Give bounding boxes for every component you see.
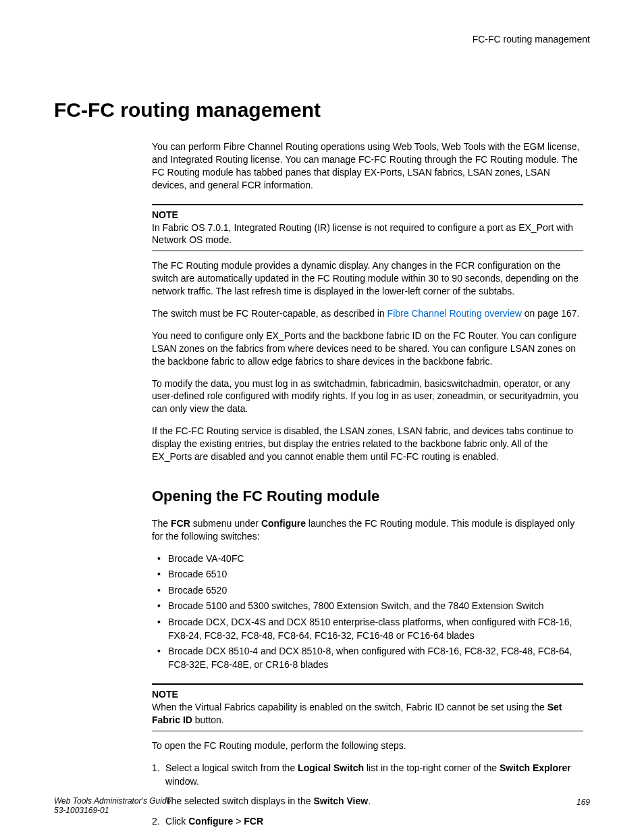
text: When the Virtual Fabrics capability is e… — [152, 702, 547, 712]
bold-fcr: FCR — [244, 816, 263, 827]
footer-page-number: 169 — [576, 798, 590, 807]
note-text: When the Virtual Fabrics capability is e… — [152, 701, 583, 727]
text: list in the top-right corner of the — [364, 762, 500, 773]
text: > — [236, 816, 244, 827]
list-item: Brocade 5100 and 5300 switches, 7800 Ext… — [152, 600, 583, 613]
footer-docnum: 53-1003169-01 — [54, 806, 590, 815]
list-item: Brocade DCX, DCX-4S and DCX 8510 enterpr… — [152, 616, 583, 642]
switch-list: Brocade VA-40FC Brocade 6510 Brocade 652… — [152, 552, 583, 672]
page-title: FC-FC routing management — [54, 99, 590, 122]
paragraph-5: If the FC-FC Routing service is disabled… — [152, 425, 583, 463]
bold-fcr: FCR — [171, 518, 190, 529]
text: submenu under — [190, 518, 261, 529]
paragraph-1: The FC Routing module provides a dynamic… — [152, 259, 583, 298]
bold-configure: Configure — [261, 518, 306, 529]
list-item: Brocade 6510 — [152, 568, 583, 581]
intro-paragraph: You can perform Fibre Channel Routing op… — [152, 140, 583, 192]
steps-list: Select a logical switch from the Logical… — [152, 762, 583, 828]
bold-configure: Configure — [188, 816, 236, 827]
text: button. — [192, 714, 224, 725]
subheading-opening-fc-routing: Opening the FC Routing module — [152, 488, 583, 505]
note-box-1: NOTE In Fabric OS 7.0.1, Integrated Rout… — [152, 204, 583, 252]
step-2: Click Configure > FCR — [152, 815, 583, 829]
bold-logical-switch: Logical Switch — [298, 762, 364, 773]
list-item: Brocade 6520 — [152, 584, 583, 598]
text: window. — [165, 776, 199, 787]
text: The — [152, 518, 171, 529]
list-item: Brocade DCX 8510-4 and DCX 8510-8, when … — [152, 645, 583, 671]
page-header-section: FC-FC routing management — [54, 34, 590, 45]
note-label: NOTE — [152, 209, 583, 220]
list-item: Brocade VA-40FC — [152, 552, 583, 566]
text: Click — [165, 816, 188, 827]
paragraph-2: The switch must be FC Router-capable, as… — [152, 307, 583, 320]
footer-title: Web Tools Administrator's Guide — [54, 796, 590, 806]
paragraph-3: You need to configure only EX_Ports and … — [152, 330, 583, 368]
paragraph-4: To modify the data, you must log in as s… — [152, 377, 583, 416]
text: on page 167. — [522, 308, 580, 319]
note-box-2: NOTE When the Virtual Fabrics capability… — [152, 683, 583, 731]
text: Select a logical switch from the — [165, 762, 298, 773]
text: The switch must be FC Router-capable, as… — [152, 308, 387, 319]
link-fc-routing-overview[interactable]: Fibre Channel Routing overview — [387, 308, 522, 319]
content-body: You can perform Fibre Channel Routing op… — [152, 140, 583, 829]
note-label: NOTE — [152, 689, 583, 700]
sub-intro-paragraph: The FCR submenu under Configure launches… — [152, 517, 583, 543]
steps-intro: To open the FC Routing module, perform t… — [152, 739, 583, 752]
page-footer: Web Tools Administrator's Guide 53-10031… — [54, 796, 590, 815]
note-text: In Fabric OS 7.0.1, Integrated Routing (… — [152, 221, 583, 247]
bold-switch-explorer: Switch Explorer — [500, 762, 571, 773]
